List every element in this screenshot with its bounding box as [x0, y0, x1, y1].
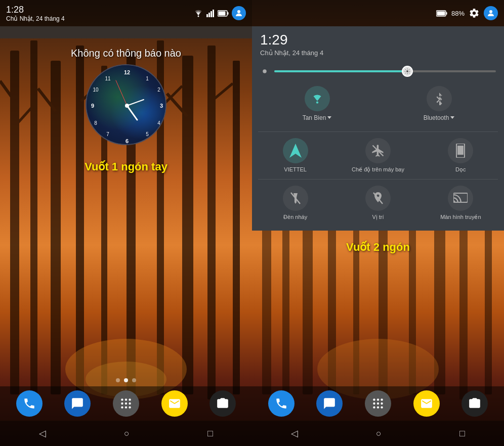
right-back-button[interactable]: ◁ [291, 428, 298, 439]
svg-point-44 [125, 104, 129, 108]
dock-sms-right[interactable] [316, 390, 343, 417]
svg-text:4: 4 [157, 120, 160, 126]
svg-text:2: 2 [157, 87, 160, 93]
brightness-fill [274, 70, 407, 72]
no-notification-text: Không có thông báo nào [71, 48, 181, 59]
svg-point-83 [373, 406, 375, 408]
svg-point-69 [406, 70, 408, 72]
notification-panel: 1:29 Chủ Nhật, 24 tháng 4 [252, 26, 504, 231]
left-time: 1:28 [6, 5, 65, 15]
dock-camera-right[interactable] [461, 390, 488, 417]
left-home-button[interactable]: ○ [124, 428, 130, 439]
rotation-tile[interactable]: Dọc [419, 132, 502, 179]
right-dock [252, 386, 504, 421]
right-status-icons: 88% [436, 6, 498, 20]
left-back-button[interactable]: ◁ [39, 428, 46, 439]
flashlight-label: Đèn nháy [283, 214, 307, 220]
wifi-tile-icon [305, 86, 330, 111]
right-recent-button[interactable]: □ [459, 428, 465, 439]
dot-1 [116, 378, 120, 382]
airplane-tile[interactable]: Chế độ trên máy bay [337, 132, 419, 179]
rotation-tile-icon [448, 138, 473, 163]
flashlight-tile[interactable]: Đèn nháy [254, 180, 337, 227]
notif-header: 1:29 Chủ Nhật, 24 tháng 4 [252, 26, 504, 59]
dock-email-left[interactable] [161, 390, 188, 417]
right-panel: 88% 1:29 Chủ Nhật, 24 tháng 4 [252, 0, 504, 446]
airplane-tile-icon [365, 138, 391, 163]
svg-point-46 [125, 398, 127, 400]
left-date: Chủ Nhật, 24 tháng 4 [6, 15, 65, 22]
svg-point-50 [129, 403, 131, 405]
left-time-display: 1:28 Chủ Nhật, 24 tháng 4 [6, 5, 65, 22]
svg-rect-24 [213, 10, 214, 17]
wifi-tile[interactable]: Tan Bien [256, 80, 378, 127]
dock-apps-left[interactable] [113, 390, 139, 417]
svg-point-48 [121, 403, 123, 405]
cast-label: Màn hình truyền [440, 214, 481, 220]
battery-icon [218, 10, 229, 17]
viettel-tile[interactable]: VIETTEL [254, 132, 337, 179]
dock-phone-right[interactable] [268, 390, 295, 417]
cast-tile[interactable]: Màn hình truyền [419, 180, 502, 227]
svg-text:1: 1 [146, 76, 149, 81]
left-recent-button[interactable]: □ [207, 428, 213, 439]
flashlight-tile-icon [283, 186, 308, 211]
svg-point-78 [377, 398, 379, 400]
signal-icon [206, 9, 215, 17]
settings-icon[interactable] [469, 8, 480, 19]
bluetooth-tile[interactable]: Bluetooth [378, 80, 500, 127]
svg-text:8: 8 [94, 120, 97, 126]
svg-text:7: 7 [106, 131, 109, 137]
svg-text:9: 9 [91, 103, 94, 109]
svg-rect-27 [219, 11, 226, 15]
svg-line-42 [127, 100, 144, 106]
user-avatar-right[interactable] [484, 6, 498, 20]
right-status-bar: 88% [252, 0, 504, 26]
rotation-label: Dọc [455, 166, 466, 173]
brightness-slider[interactable] [274, 70, 496, 72]
wifi-dropdown-arrow [327, 116, 331, 119]
svg-rect-23 [211, 11, 212, 17]
dock-sms-left[interactable] [64, 390, 91, 417]
svg-point-77 [373, 398, 375, 400]
svg-point-81 [377, 403, 379, 405]
clock-widget: 12 3 6 9 1 2 4 5 7 8 10 11 [86, 64, 166, 145]
svg-rect-66 [446, 12, 447, 15]
dock-email-right[interactable] [413, 390, 440, 417]
svg-text:11: 11 [105, 76, 111, 81]
svg-point-80 [373, 403, 375, 405]
left-swipe-label: Vuốt 1 ngón tay [85, 160, 167, 173]
dock-apps-right[interactable] [365, 390, 391, 417]
bluetooth-dropdown-arrow [450, 116, 454, 119]
location-tile[interactable]: Vị trí [337, 180, 419, 227]
location-tile-icon [365, 186, 391, 211]
dot-3 [132, 378, 136, 382]
svg-point-53 [129, 406, 131, 408]
dock-phone-left[interactable] [16, 390, 43, 417]
svg-point-79 [381, 398, 383, 400]
bluetooth-tile-icon [427, 86, 452, 111]
notification-drag-handle[interactable] [0, 26, 252, 38]
svg-text:10: 10 [93, 87, 99, 93]
quick-tiles-row1: Tan Bien Bluetooth [252, 80, 504, 131]
right-content-area: Vuốt 2 ngón [252, 231, 504, 386]
svg-point-51 [121, 406, 123, 408]
svg-point-70 [316, 101, 318, 103]
svg-point-68 [489, 10, 492, 13]
svg-rect-67 [437, 11, 445, 15]
right-home-button[interactable]: ○ [376, 428, 382, 439]
left-status-bar: 1:28 Chủ Nhật, 24 tháng 4 [0, 0, 252, 26]
right-time: 1:29 [260, 32, 496, 48]
brightness-thumb[interactable] [402, 66, 413, 77]
svg-text:12: 12 [124, 69, 130, 75]
svg-rect-26 [228, 12, 229, 15]
bluetooth-tile-label: Bluetooth [424, 114, 455, 121]
dock-camera-left[interactable] [209, 390, 236, 417]
brightness-control[interactable] [252, 59, 504, 80]
svg-text:5: 5 [146, 131, 149, 137]
svg-point-20 [198, 16, 199, 17]
dot-2 [124, 378, 128, 382]
svg-point-28 [237, 10, 240, 13]
left-panel: 1:28 Chủ Nhật, 24 tháng 4 [0, 0, 252, 446]
cast-tile-icon [448, 186, 473, 211]
